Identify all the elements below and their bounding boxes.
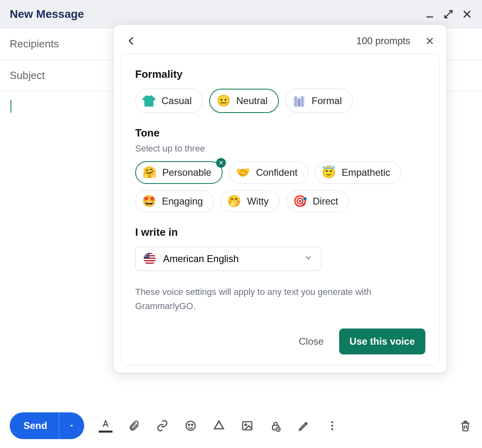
- send-button[interactable]: Send: [10, 412, 59, 439]
- svg-point-13: [146, 254, 147, 254]
- svg-rect-8: [144, 259, 156, 260]
- formality-options: Casual 😐 Neutral Formal: [135, 89, 425, 113]
- tone-option-label: Confident: [256, 167, 297, 178]
- back-button[interactable]: [125, 34, 138, 47]
- expand-icon[interactable]: [443, 9, 454, 19]
- use-this-voice-button[interactable]: Use this voice: [339, 329, 425, 354]
- more-options-button[interactable]: [325, 419, 339, 433]
- svg-point-27: [331, 421, 333, 423]
- recipients-label: Recipients: [10, 38, 59, 50]
- svg-point-21: [188, 424, 189, 425]
- svg-point-29: [331, 428, 333, 430]
- language-select[interactable]: American English: [135, 247, 321, 271]
- target-icon: 🎯: [293, 196, 307, 207]
- tone-subtitle: Select up to three: [135, 143, 425, 154]
- insert-drive-file-button[interactable]: [212, 419, 226, 433]
- language-selected-label: American English: [163, 253, 239, 265]
- minimize-button[interactable]: [425, 9, 435, 19]
- formality-option-label: Casual: [161, 95, 192, 107]
- prompt-count: 100 prompts: [357, 35, 410, 47]
- subject-label: Subject: [10, 69, 45, 82]
- tone-option-witty[interactable]: 🤭 Witty: [220, 190, 279, 212]
- svg-point-16: [147, 255, 148, 256]
- tshirt-icon: [142, 94, 156, 108]
- chevron-down-icon: [304, 253, 313, 265]
- svg-rect-23: [242, 422, 252, 430]
- tone-options: 🤗 Personable ✕ 🤝 Confident 😇 Empathetic …: [135, 161, 425, 212]
- svg-point-19: [148, 256, 149, 257]
- handshake-icon: 🤝: [236, 167, 250, 178]
- star-eyes-icon: 🤩: [142, 196, 156, 207]
- tone-option-personable[interactable]: 🤗 Personable ✕: [135, 161, 223, 184]
- tone-option-label: Engaging: [162, 196, 203, 207]
- svg-rect-0: [427, 16, 433, 17]
- svg-point-15: [145, 255, 146, 256]
- insert-signature-button[interactable]: [297, 419, 311, 433]
- close-popup-button[interactable]: [424, 35, 435, 47]
- svg-point-12: [144, 254, 145, 254]
- text-format-button[interactable]: [99, 419, 113, 433]
- send-button-group: Send: [10, 412, 84, 439]
- svg-rect-2: [298, 99, 299, 106]
- discard-draft-button[interactable]: [459, 419, 472, 433]
- attach-file-button[interactable]: [127, 419, 141, 433]
- svg-rect-10: [144, 264, 156, 265]
- send-options-dropdown[interactable]: [59, 412, 84, 439]
- hand-over-mouth-icon: 🤭: [227, 196, 241, 207]
- us-flag-icon: [144, 253, 156, 265]
- svg-point-17: [144, 256, 145, 257]
- formality-option-formal[interactable]: Formal: [285, 89, 353, 113]
- tone-option-engaging[interactable]: 🤩 Engaging: [135, 190, 214, 212]
- svg-point-28: [331, 425, 333, 427]
- svg-point-22: [191, 424, 193, 425]
- svg-point-20: [186, 421, 195, 431]
- remove-selection-icon[interactable]: ✕: [216, 158, 226, 168]
- confidential-mode-button[interactable]: [269, 419, 282, 433]
- svg-rect-9: [144, 261, 156, 262]
- grammarlygo-voice-popup: 100 prompts Formality Casual 😐 Neutral: [113, 24, 447, 373]
- tone-option-label: Empathetic: [342, 167, 390, 178]
- svg-point-14: [148, 254, 149, 254]
- voice-settings-note: These voice settings will apply to any t…: [135, 285, 425, 313]
- tone-option-direct[interactable]: 🎯 Direct: [286, 190, 349, 212]
- svg-point-24: [245, 424, 246, 426]
- close-button[interactable]: Close: [291, 330, 331, 353]
- text-cursor: [11, 100, 11, 113]
- neutral-face-icon: 😐: [217, 95, 231, 107]
- insert-link-button[interactable]: [155, 419, 169, 433]
- tone-heading: Tone: [135, 127, 425, 139]
- tone-option-label: Witty: [247, 196, 268, 207]
- tone-option-confident[interactable]: 🤝 Confident: [229, 161, 308, 184]
- formality-option-casual[interactable]: Casual: [135, 89, 203, 113]
- tone-option-label: Direct: [313, 196, 338, 207]
- close-window-button[interactable]: [462, 9, 472, 19]
- necktie-shirt-icon: [292, 94, 306, 108]
- halo-icon: 😇: [322, 167, 336, 178]
- language-heading: I write in: [135, 226, 425, 239]
- formality-option-label: Neutral: [236, 95, 268, 107]
- window-title: New Message: [10, 8, 84, 21]
- formality-option-neutral[interactable]: 😐 Neutral: [209, 89, 279, 113]
- insert-image-button[interactable]: [240, 419, 254, 433]
- hug-icon: 🤗: [142, 167, 157, 178]
- svg-point-18: [146, 256, 147, 257]
- formality-option-label: Formal: [312, 95, 342, 107]
- compose-toolbar: Send: [0, 403, 482, 448]
- insert-emoji-button[interactable]: [184, 419, 197, 433]
- tone-option-empathetic[interactable]: 😇 Empathetic: [315, 161, 401, 184]
- tone-option-label: Personable: [162, 167, 211, 178]
- formality-heading: Formality: [135, 68, 425, 81]
